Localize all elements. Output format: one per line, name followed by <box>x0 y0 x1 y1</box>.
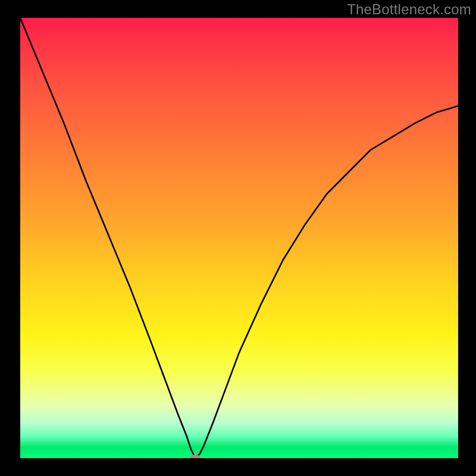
chart-frame: TheBottleneck.com <box>0 0 476 476</box>
optimal-point-marker <box>190 455 201 458</box>
bottleneck-curve <box>20 18 458 458</box>
plot-area <box>20 18 458 458</box>
watermark-text: TheBottleneck.com <box>347 1 471 18</box>
